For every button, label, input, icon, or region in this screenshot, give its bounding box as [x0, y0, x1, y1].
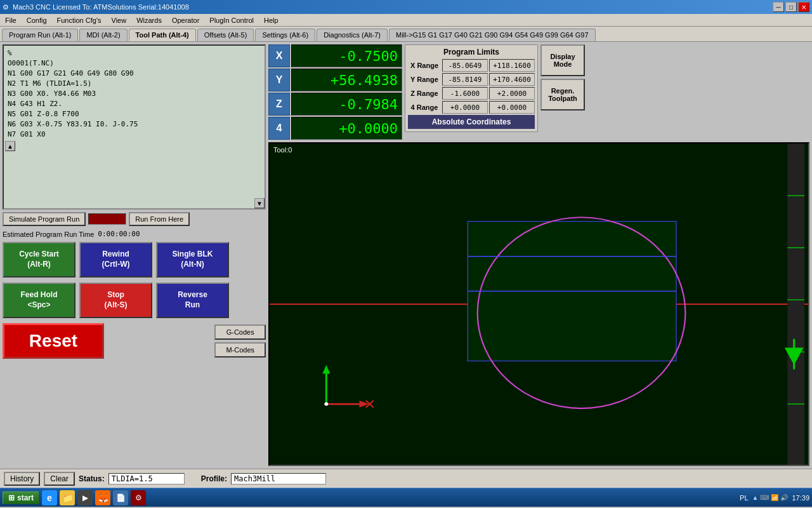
code-content: % O0001(T.NC) N1 G00 G17 G21 G40 G49 G80… — [5, 47, 263, 141]
code-line: N4 G43 H1 Z2. — [8, 99, 251, 109]
a-range-row: 4 Range +0.0000 +0.0000 — [408, 101, 535, 114]
tab-program-run[interactable]: Program Run (Alt-1) — [2, 29, 78, 41]
code-line: N6 G03 X-0.75 Y83.91 I0. J-0.75 — [8, 119, 251, 130]
scroll-down-button[interactable]: ▼ — [254, 198, 265, 208]
tool-label: Tool:0 — [273, 146, 292, 154]
tab-diagnostics[interactable]: Diagnostics (Alt-7) — [317, 29, 388, 41]
statusbar: History Clear Status: TLDIA=1.5 Profile:… — [0, 469, 812, 488]
z-axis-label: Z — [268, 93, 290, 116]
code-display: % O0001(T.NC) N1 G00 G17 G21 G40 G49 G80… — [3, 44, 266, 210]
menu-help[interactable]: Help — [259, 15, 284, 25]
program-limits-title: Program Limits — [408, 48, 535, 57]
a-axis-label: 4 — [268, 117, 290, 140]
y-axis-label: Y — [268, 69, 290, 91]
menu-operator[interactable]: Operator — [167, 15, 204, 25]
a-axis-value: +0.0000 — [291, 117, 402, 140]
tab-tool-path[interactable]: Tool Path (Alt-4) — [129, 29, 196, 41]
simulate-controls: Simulate Program Run Run From Here — [3, 212, 266, 226]
code-line: O0001(T.NC) — [8, 58, 251, 69]
taskbar-right: PL ▲ ⌨ 📶 🔊 17:39 — [740, 494, 809, 502]
program-limits: Program Limits X Range -85.0649 +118.160… — [405, 44, 538, 132]
taskbar-icon-app[interactable]: ⚙ — [131, 490, 146, 505]
y-range-row: Y Range -85.8149 +170.4600 — [408, 73, 535, 86]
axes-display: X -0.7500 Y +56.4938 Z -0.7984 4 +0.0000 — [268, 44, 402, 140]
rewind-button[interactable]: Rewind(Crtl-W) — [79, 242, 152, 277]
tab-bar: Program Run (Alt-1) MDI (Alt-2) Tool Pat… — [0, 27, 812, 42]
titlebar-left: ⚙ Mach3 CNC Licensed To: ATMSolutions Se… — [3, 3, 189, 11]
y-range-min: -85.8149 — [442, 73, 488, 86]
windows-icon: ⊞ — [8, 493, 15, 502]
menu-function-cfgs[interactable]: Function Cfg's — [52, 15, 107, 25]
regen-toolpath-button[interactable]: Regen. Toolpath — [540, 79, 585, 110]
code-buttons: G-Codes M-Codes — [214, 324, 266, 358]
taskbar-locale: PL — [740, 494, 748, 502]
cycle-start-button[interactable]: Cycle Start(Alt-R) — [3, 242, 75, 277]
taskbar-icon-folder[interactable]: 📁 — [60, 490, 75, 505]
reset-button[interactable]: Reset — [3, 323, 104, 359]
scroll-up-button[interactable]: ▲ — [5, 141, 15, 151]
start-button[interactable]: ⊞ start — [3, 491, 39, 504]
menu-view[interactable]: View — [107, 15, 132, 25]
z-range-min: -1.6000 — [442, 87, 488, 100]
gcodes-button[interactable]: G-Codes — [214, 324, 266, 340]
a-range-min: +0.0000 — [442, 101, 488, 114]
left-panel: % O0001(T.NC) N1 G00 G17 G21 G40 G49 G80… — [3, 44, 266, 466]
menu-plugin-control[interactable]: PlugIn Control — [204, 15, 259, 25]
single-blk-button[interactable]: Single BLK(Alt-N) — [156, 242, 229, 277]
y-axis-value: +56.4938 — [291, 69, 402, 91]
y-range-label: Y Range — [408, 76, 441, 83]
taskbar-icon-doc[interactable]: 📄 — [113, 490, 128, 505]
tab-gcode-status[interactable]: Mill->G15 G1 G17 G40 G21 G90 G94 G54 G49… — [389, 29, 596, 41]
code-line: % — [8, 48, 251, 58]
status-label: Status: — [79, 474, 105, 483]
menu-config[interactable]: Config — [22, 15, 52, 25]
feed-hold-button[interactable]: Feed Hold<Spc> — [3, 283, 75, 318]
taskbar-icon-media[interactable]: ▶ — [77, 490, 93, 505]
code-line: N3 G00 X0. Y84.66 M03 — [8, 89, 251, 99]
right-panel: X -0.7500 Y +56.4938 Z -0.7984 4 +0.0000 — [268, 44, 809, 466]
x-axis-label: X — [268, 44, 290, 67]
taskbar-icon-firefox[interactable]: 🦊 — [95, 490, 110, 505]
svg-point-21 — [324, 403, 328, 406]
code-line: N2 T1 M6 (TLDIA=1.5) — [8, 79, 251, 89]
main-area: % O0001(T.NC) N1 G00 G17 G21 G40 G49 G80… — [0, 42, 812, 469]
y-range-max: +170.4600 — [489, 73, 535, 86]
x-range-max: +118.1600 — [489, 59, 535, 72]
menu-file[interactable]: File — [0, 15, 22, 25]
taskbar-icon-ie[interactable]: e — [42, 490, 57, 505]
menu-wizards[interactable]: Wizards — [131, 15, 167, 25]
history-button[interactable]: History — [4, 472, 40, 486]
absolute-coordinates-label: Absolute Coordinates — [408, 115, 535, 129]
tab-settings[interactable]: Settings (Alt-6) — [255, 29, 315, 41]
simulate-button[interactable]: Simulate Program Run — [3, 212, 86, 226]
display-mode-button[interactable]: Display Mode — [540, 44, 585, 76]
tab-offsets[interactable]: Offsets (Alt-5) — [197, 29, 254, 41]
reverse-run-button[interactable]: ReverseRun — [156, 283, 229, 318]
right-side-buttons: Display Mode Regen. Toolpath — [540, 44, 585, 110]
x-range-label: X Range — [408, 62, 441, 69]
code-line: N1 G00 G17 G21 G40 G49 G80 G90 — [8, 69, 251, 79]
maximize-button[interactable]: □ — [785, 2, 797, 12]
run-from-button[interactable]: Run From Here — [129, 212, 190, 226]
z-range-max: +2.0000 — [489, 87, 535, 100]
app-title: Mach3 CNC Licensed To: ATMSolutions Seri… — [13, 3, 189, 11]
titlebar: ⚙ Mach3 CNC Licensed To: ATMSolutions Se… — [0, 0, 812, 14]
x-axis-row: X -0.7500 — [268, 44, 402, 67]
bottom-left-area: Reset G-Codes M-Codes — [3, 323, 266, 359]
action-buttons: Cycle Start(Alt-R) Rewind(Crtl-W) Single… — [3, 242, 266, 277]
z-axis-value: -0.7984 — [291, 93, 402, 116]
start-label: start — [17, 493, 34, 502]
progress-bar — [88, 213, 126, 225]
coords-and-limits: X -0.7500 Y +56.4938 Z -0.7984 4 +0.0000 — [268, 44, 809, 140]
clear-button[interactable]: Clear — [44, 472, 75, 486]
y-axis-row: Y +56.4938 — [268, 69, 402, 91]
status-value: TLDIA=1.5 — [108, 473, 185, 485]
x-axis-value: -0.7500 — [291, 44, 402, 67]
z-axis-row: Z -0.7984 — [268, 93, 402, 116]
minimize-button[interactable]: ─ — [773, 2, 784, 12]
close-button[interactable]: ✕ — [798, 2, 809, 12]
mcodes-button[interactable]: M-Codes — [214, 342, 266, 358]
toolpath-svg[interactable] — [270, 144, 808, 465]
tab-mdi[interactable]: MDI (Alt-2) — [79, 29, 127, 41]
stop-button[interactable]: Stop(Alt-S) — [79, 283, 152, 318]
